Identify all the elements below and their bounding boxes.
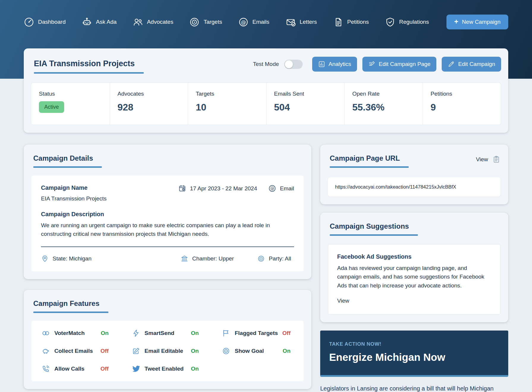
nav-item-letters[interactable]: Letters bbox=[285, 17, 317, 27]
feature-label: VoterMatch bbox=[54, 330, 85, 336]
feature-label: Tweet Enabled bbox=[145, 366, 184, 372]
feature-label: Show Goal bbox=[235, 348, 264, 354]
url-view-link[interactable]: View bbox=[476, 156, 488, 163]
plus-icon: + bbox=[454, 18, 458, 25]
take-action-kicker: TAKE ACTION NOW! bbox=[329, 341, 499, 347]
bolt-icon bbox=[132, 329, 140, 337]
svg-text:@: @ bbox=[270, 186, 274, 191]
status-badge: Active bbox=[39, 101, 64, 113]
campaign-name-block: Campaign Name EIA Transmission Projects bbox=[41, 184, 107, 202]
nav-label: Targets bbox=[203, 19, 222, 25]
feature-label: Email Editable bbox=[145, 348, 183, 354]
edit-square-icon bbox=[132, 347, 140, 355]
feature-state: On bbox=[191, 366, 199, 372]
campaign-url-value[interactable]: https://advocacyai.com/takeaction/114784… bbox=[328, 177, 501, 197]
page-edit-icon bbox=[368, 61, 375, 68]
campaign-features-card: Campaign Features VoterMatch On SmartSen… bbox=[24, 290, 311, 389]
feature-state: On bbox=[191, 348, 199, 354]
date-range-value: 17 Apr 2023 - 22 Mar 2024 bbox=[190, 185, 257, 192]
bank-icon bbox=[181, 255, 188, 263]
stat-value: 928 bbox=[118, 102, 180, 113]
clipboard-icon[interactable] bbox=[492, 155, 501, 164]
channel-value: Email bbox=[280, 185, 294, 192]
robot-icon bbox=[82, 17, 92, 27]
campaign-name-value: EIA Transmission Projects bbox=[41, 195, 107, 202]
analytics-label: Analytics bbox=[329, 61, 351, 67]
calendar-icon bbox=[178, 184, 186, 192]
feature-empty-cell bbox=[212, 360, 304, 378]
stat-label: Emails Sent bbox=[274, 91, 337, 97]
nav-item-dashboard[interactable]: Dashboard bbox=[24, 17, 66, 27]
pen-icon bbox=[448, 61, 455, 68]
stats-row: Status Active Advocates 928 Targets 10 E… bbox=[31, 83, 501, 125]
test-mode-toggle[interactable] bbox=[284, 60, 303, 69]
stat-value: 55.36% bbox=[352, 102, 415, 113]
stat-petitions: Petitions 9 bbox=[423, 83, 501, 125]
at-icon: @ bbox=[238, 17, 249, 27]
flag-icon bbox=[222, 329, 230, 337]
edit-campaign-label: Edit Campaign bbox=[458, 61, 495, 67]
date-range-chip: 17 Apr 2023 - 22 Mar 2024 bbox=[178, 184, 257, 192]
campaign-suggestions-title: Campaign Suggestions bbox=[330, 222, 409, 236]
phone-waves-icon bbox=[42, 365, 50, 373]
nav-label: Ask Ada bbox=[96, 19, 117, 25]
take-action-body: Legislators in Lansing are considering a… bbox=[320, 384, 508, 392]
new-campaign-button[interactable]: + New Campaign bbox=[446, 15, 508, 29]
stat-label: Targets bbox=[196, 91, 258, 97]
nav-item-regulations[interactable]: Regulations bbox=[385, 17, 429, 27]
details-divider bbox=[41, 246, 294, 247]
feature-label: SmartSend bbox=[145, 330, 174, 336]
suggestion-body: Ada has reviewed your campaign landing p… bbox=[337, 264, 491, 290]
campaign-name-label: Campaign Name bbox=[41, 184, 107, 191]
feature-email-editable: Email Editable On bbox=[122, 342, 212, 360]
map-pin-icon bbox=[41, 255, 49, 263]
stat-emails-sent: Emails Sent 504 bbox=[266, 83, 345, 125]
state-item: State: Michigan bbox=[41, 255, 91, 263]
stat-targets: Targets 10 bbox=[188, 83, 266, 125]
at-icon: @ bbox=[268, 184, 276, 192]
nav-label: Regulations bbox=[399, 19, 429, 25]
feature-label: Collect Emails bbox=[54, 348, 93, 354]
nav-item-petitions[interactable]: Petitions bbox=[333, 17, 369, 27]
feature-tweet-enabled: Tweet Enabled On bbox=[122, 360, 212, 378]
feature-state: On bbox=[101, 330, 108, 336]
nav-item-advocates[interactable]: Advocates bbox=[133, 17, 173, 27]
gauge-icon bbox=[24, 17, 34, 27]
nav-label: Emails bbox=[252, 19, 269, 25]
piggy-bank-icon bbox=[42, 347, 50, 355]
nav-item-ask-ada[interactable]: Ask Ada bbox=[82, 17, 117, 27]
nav-label: Petitions bbox=[347, 19, 369, 25]
suggestion-view-link[interactable]: View bbox=[337, 298, 349, 304]
feature-state: Off bbox=[100, 366, 108, 372]
edit-campaign-button[interactable]: Edit Campaign bbox=[442, 57, 501, 72]
page-title: EIA Transmission Projects bbox=[34, 59, 135, 74]
chamber-value: Chamber: Upper bbox=[192, 255, 234, 262]
stat-status: Status Active bbox=[31, 83, 110, 125]
campaign-details-title: Campaign Details bbox=[33, 154, 93, 168]
twitter-icon bbox=[132, 365, 140, 373]
stat-label: Petitions bbox=[431, 91, 493, 97]
edit-campaign-page-button[interactable]: Edit Campaign Page bbox=[362, 57, 436, 72]
feature-allow-calls: Allow Calls Off bbox=[31, 360, 122, 378]
campaign-features-title: Campaign Features bbox=[33, 299, 100, 313]
nav-item-targets[interactable]: Targets bbox=[189, 17, 222, 27]
take-action-title: Energize Michigan Now bbox=[329, 351, 499, 363]
stat-label: Advocates bbox=[118, 91, 180, 97]
chamber-item: Chamber: Upper bbox=[181, 255, 234, 263]
features-grid: VoterMatch On SmartSend On Flagged Targe… bbox=[31, 321, 304, 381]
shield-check-icon bbox=[385, 17, 395, 27]
facebook-ad-suggestions: Facebook Ad Suggestions Ada has reviewed… bbox=[328, 244, 501, 314]
feature-flagged-targets: Flagged Targets Off bbox=[212, 324, 304, 342]
people-icon bbox=[133, 17, 143, 27]
analytics-button[interactable]: Analytics bbox=[312, 57, 357, 72]
top-nav: Dashboard Ask Ada Advocates Targets @ Em… bbox=[0, 0, 532, 44]
stat-label: Open Rate bbox=[352, 91, 415, 97]
party-item: Party: All bbox=[257, 255, 291, 263]
toggle-knob bbox=[285, 60, 293, 68]
campaign-details-card: Campaign Details Campaign Name EIA Trans… bbox=[24, 145, 311, 279]
new-campaign-label: New Campaign bbox=[462, 19, 501, 25]
nav-item-emails[interactable]: @ Emails bbox=[238, 17, 269, 27]
nav-label: Dashboard bbox=[38, 19, 66, 25]
bullseye-icon bbox=[257, 255, 265, 263]
stat-value: 9 bbox=[431, 102, 493, 113]
